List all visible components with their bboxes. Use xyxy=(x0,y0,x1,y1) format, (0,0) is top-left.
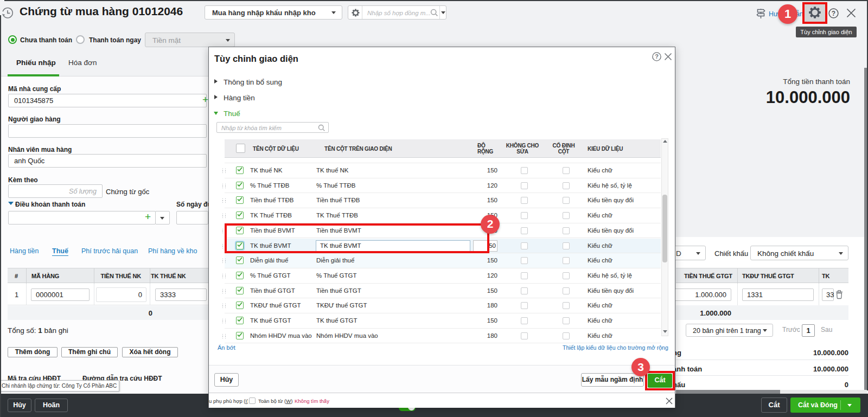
svg-text:?: ? xyxy=(832,10,835,17)
svg-text:?: ? xyxy=(655,53,659,60)
